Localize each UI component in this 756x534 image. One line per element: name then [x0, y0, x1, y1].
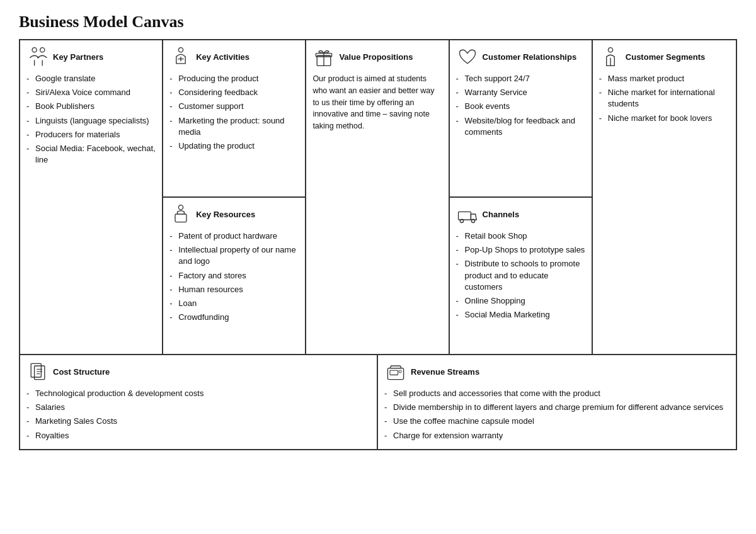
list-item: Loan: [169, 298, 299, 309]
list-item: Online Shopping: [456, 295, 585, 307]
list-item: Google translate: [26, 73, 156, 84]
key-activities-list: Producing the productConsidering feedbac…: [169, 73, 299, 152]
customer-segments-list: Mass market productNiche market for inte…: [599, 73, 730, 124]
list-item: Website/blog for feedback and comments: [456, 115, 585, 138]
list-item: Customer support: [169, 101, 299, 112]
customer-relationships-cell: Customer Relationships Tech support 24/7…: [450, 40, 592, 198]
svg-point-0: [32, 48, 37, 52]
list-item: Retail book Shop: [456, 230, 585, 242]
svg-rect-21: [399, 370, 401, 373]
value-propositions-text: Our product is aimed at students who wan…: [312, 73, 442, 132]
customer-relationships-icon: [456, 45, 479, 68]
list-item: Sell products and accessories that come …: [384, 388, 730, 399]
value-propositions-icon: [312, 45, 335, 68]
key-partners-cell: Key Partners Google translateSiri/Alexa …: [20, 40, 163, 354]
key-partners-icon: [26, 45, 49, 68]
svg-point-5: [179, 205, 183, 210]
list-item: Social Media: Facebook, wechat, line: [26, 143, 156, 166]
list-item: Use the coffee machine capsule model: [384, 416, 730, 427]
list-item: Linguists (language specialists): [26, 115, 156, 127]
revenue-streams-list: Sell products and accessories that come …: [384, 388, 730, 441]
customer-segments-icon: [599, 45, 622, 68]
key-resources-list: Patent of product hardwareIntellectual p…: [169, 230, 299, 323]
key-partners-header: Key Partners: [26, 45, 156, 68]
list-item: Crowdfunding: [169, 312, 299, 323]
revenue-streams-header: Revenue Streams: [384, 360, 730, 383]
key-activities-icon: [169, 45, 192, 68]
bottom-row: Cost Structure Technological production …: [20, 355, 736, 449]
list-item: Producers for materials: [26, 129, 156, 140]
customer-segments-title: Customer Segments: [626, 52, 705, 62]
list-item: Intellectual property of our name and lo…: [169, 244, 299, 267]
svg-point-2: [179, 48, 183, 52]
cost-structure-icon: [26, 360, 49, 383]
svg-point-1: [40, 48, 45, 52]
list-item: Updating the product: [169, 140, 299, 152]
list-item: Book events: [456, 101, 585, 112]
list-item: Royalties: [26, 430, 370, 441]
list-item: Siri/Alexa Voice command: [26, 87, 156, 98]
page-title: Business Model Canvas: [19, 13, 737, 31]
list-item: Book Publishers: [26, 101, 156, 112]
cost-structure-cell: Cost Structure Technological production …: [20, 355, 378, 449]
cost-structure-list: Technological production & development c…: [26, 388, 370, 441]
key-resources-icon: [169, 203, 192, 225]
customer-relationships-list: Tech support 24/7Warranty ServiceBook ev…: [456, 73, 585, 138]
channels-icon: [456, 203, 479, 225]
revenue-streams-title: Revenue Streams: [411, 367, 479, 377]
customer-relationships-header: Customer Relationships: [456, 45, 585, 68]
key-resources-cell: Key Resources Patent of product hardware…: [163, 198, 305, 354]
key-activities-cell: Key Activities Producing the productCons…: [163, 40, 305, 198]
revenue-streams-cell: Revenue Streams Sell products and access…: [378, 355, 736, 449]
svg-rect-9: [458, 212, 471, 220]
list-item: Technological production & development c…: [26, 388, 370, 399]
list-item: Considering feedback: [169, 87, 299, 98]
list-item: Niche market for book lovers: [599, 113, 730, 124]
svg-rect-6: [175, 214, 186, 222]
list-item: Warranty Service: [456, 87, 585, 98]
list-item: Marketing the product: sound media: [169, 115, 299, 138]
svg-point-12: [608, 48, 612, 52]
value-propositions-cell: Value Propositions Our product is aimed …: [306, 40, 449, 354]
list-item: Marketing Sales Costs: [26, 416, 370, 427]
list-item: Niche market for international students: [599, 87, 730, 110]
revenue-streams-icon: [384, 360, 407, 383]
list-item: Human resources: [169, 284, 299, 295]
channels-header: Channels: [456, 203, 585, 225]
list-item: Pop-Up Shops to prototype sales: [456, 244, 585, 256]
list-item: Social Media Marketing: [456, 309, 585, 321]
cost-structure-title: Cost Structure: [53, 367, 110, 377]
list-item: Divide membership in to different layers…: [384, 402, 730, 413]
key-activities-header: Key Activities: [169, 45, 299, 68]
value-propositions-header: Value Propositions: [312, 45, 442, 68]
customer-relationships-title: Customer Relationships: [483, 52, 577, 62]
key-partners-title: Key Partners: [53, 52, 103, 62]
value-propositions-title: Value Propositions: [339, 52, 413, 62]
list-item: Factory and stores: [169, 270, 299, 281]
channels-title: Channels: [483, 210, 520, 219]
list-item: Mass market product: [599, 73, 730, 84]
list-item: Producing the product: [169, 73, 299, 84]
list-item: Patent of product hardware: [169, 230, 299, 242]
list-item: Charge for extension warranty: [384, 430, 730, 441]
cost-structure-header: Cost Structure: [26, 360, 370, 383]
main-grid: Key Partners Google translateSiri/Alexa …: [20, 40, 736, 355]
svg-rect-20: [390, 370, 398, 375]
list-item: Distribute to schools to promote product…: [456, 258, 585, 293]
customer-segments-cell: Customer Segments Mass market productNic…: [593, 40, 736, 354]
col2-stacked: Key Activities Producing the productCons…: [163, 40, 306, 354]
key-activities-title: Key Activities: [196, 52, 249, 62]
key-partners-list: Google translateSiri/Alexa Voice command…: [26, 73, 156, 166]
customer-segments-header: Customer Segments: [599, 45, 730, 68]
key-resources-header: Key Resources: [169, 203, 299, 225]
list-item: Salaries: [26, 402, 370, 413]
list-item: Tech support 24/7: [456, 73, 585, 84]
channels-list: Retail book ShopPop-Up Shops to prototyp…: [456, 230, 585, 321]
business-model-canvas: Key Partners Google translateSiri/Alexa …: [19, 39, 737, 450]
channels-cell: Channels Retail book ShopPop-Up Shops to…: [450, 198, 592, 354]
key-resources-title: Key Resources: [196, 210, 255, 219]
col4-stacked: Customer Relationships Tech support 24/7…: [450, 40, 593, 354]
